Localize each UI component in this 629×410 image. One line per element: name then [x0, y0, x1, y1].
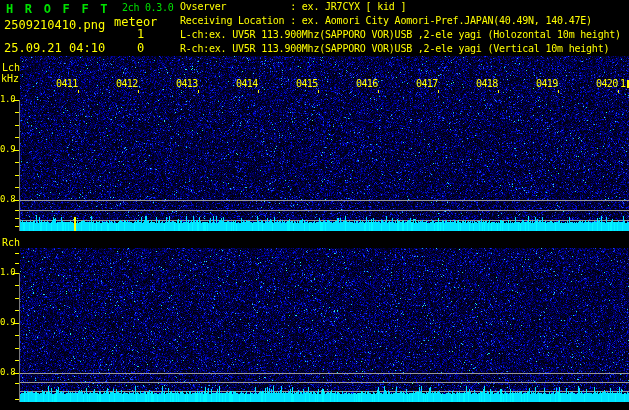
freq-tick-label: 0.9: [0, 145, 15, 154]
hrofft-window: H R O F F T 2ch 0.3.0 2509210410.png met…: [0, 0, 629, 410]
freq-tick-label: 0.8: [0, 368, 15, 377]
lch-config-line: L-ch:ex. UV5R 113.900Mhz(SAPPORO VOR)USB…: [180, 30, 621, 40]
mode-label: meteor: [114, 16, 157, 28]
spectrogram-canvas: [0, 0, 629, 410]
time-label: 0420: [596, 79, 618, 89]
time-label: 0411: [56, 79, 78, 89]
observer-line: Ovserver : ex. JR7CYX [ kid ]: [180, 2, 406, 12]
time-label: 0415: [296, 79, 318, 89]
freq-tick-label: 1.0: [0, 95, 15, 104]
time-label: 0412: [116, 79, 138, 89]
freq-tick-label: 0.9: [0, 318, 15, 327]
time-label: 0414: [236, 79, 258, 89]
time-label: 0417: [416, 79, 438, 89]
meteor-count-lch: 1: [137, 28, 144, 40]
rch-config-line: R-ch:ex. UV5R 113.900Mhz(SAPPORO VOR)USB…: [180, 44, 609, 54]
rch-panel-label: Rch: [2, 238, 20, 248]
time-label: 0419: [536, 79, 558, 89]
location-line: Receiving Location : ex. Aomori City Aom…: [180, 16, 592, 26]
filename-label: 2509210410.png: [4, 19, 105, 31]
clipped-time-label: 1: [620, 79, 625, 89]
freq-tick-label: 1.0: [0, 268, 15, 277]
time-label: 0416: [356, 79, 378, 89]
freq-tick-label: 0.8: [0, 195, 15, 204]
lch-panel-label: Lch: [2, 63, 20, 73]
khz-unit-label: kHz: [1, 74, 19, 84]
timestamp-label: 25.09.21 04:10: [4, 42, 105, 54]
version-label: 2ch 0.3.0: [122, 3, 174, 13]
meteor-count-rch: 0: [137, 42, 144, 54]
time-label: 0413: [176, 79, 198, 89]
time-label: 0418: [476, 79, 498, 89]
app-title: H R O F F T: [6, 3, 110, 15]
